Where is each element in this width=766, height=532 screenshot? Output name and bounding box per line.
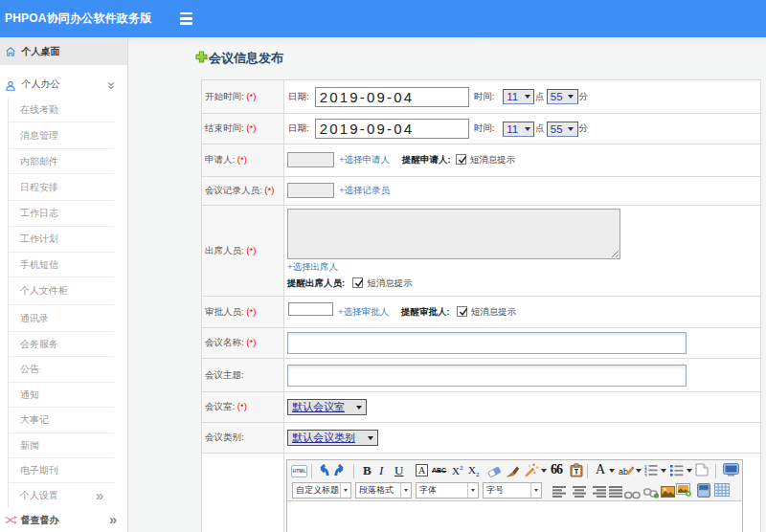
svg-text:ab: ab (619, 467, 628, 477)
svg-text:3: 3 (644, 474, 647, 477)
